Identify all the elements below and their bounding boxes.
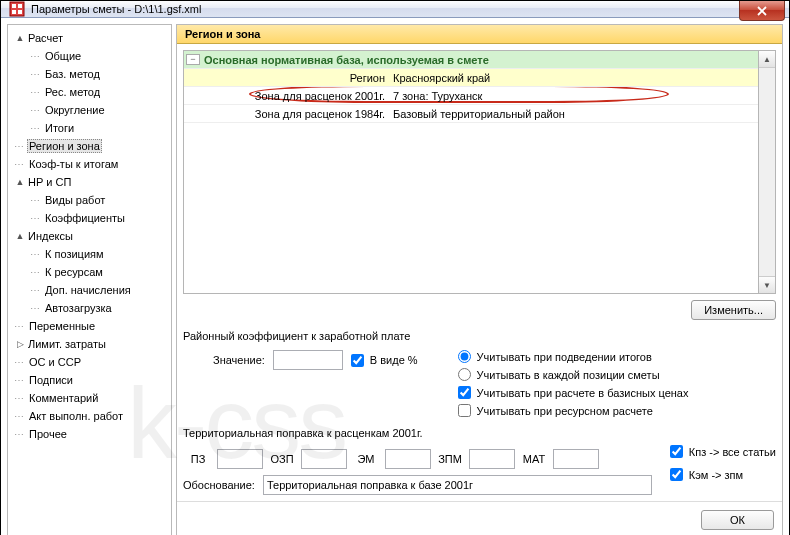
grid-cell-key: Зона для расценок 2001г. [184, 90, 389, 102]
region-grid[interactable]: −Основная нормативная база, используемая… [183, 50, 759, 294]
tree-dots-icon: ⋯ [30, 213, 41, 224]
panel-header: Регион и зона [177, 25, 782, 44]
check-input[interactable] [458, 386, 471, 399]
tree-item-label: Переменные [27, 320, 97, 332]
option-check[interactable]: Учитывать при расчете в базисных ценах [458, 386, 689, 399]
grid-row[interactable]: Зона для расценок 2001г.7 зона: Туруханс… [184, 87, 758, 105]
grid-group-title: Основная нормативная база, используемая … [200, 54, 493, 66]
expand-icon[interactable]: ▲ [14, 231, 26, 241]
check-input[interactable] [458, 404, 471, 417]
coef-input-эм[interactable] [385, 449, 431, 469]
tree-item-label: Доп. начисления [43, 284, 133, 296]
grid-cell-value: Красноярский край [389, 72, 758, 84]
coef-label: ПЗ [183, 453, 213, 465]
tree-item[interactable]: ⋯Округление [10, 101, 169, 119]
tree-item[interactable]: ⋯Акт выполн. работ [10, 407, 169, 425]
radio-input[interactable] [458, 350, 471, 363]
tree-item[interactable]: ⋯Коэффициенты [10, 209, 169, 227]
tree-dots-icon: ⋯ [14, 159, 25, 170]
side-check[interactable]: Кэм -> зпм [670, 468, 776, 481]
tree-dots-icon: ⋯ [30, 303, 41, 314]
tree-item[interactable]: ⋯Доп. начисления [10, 281, 169, 299]
scroll-up-icon[interactable]: ▲ [759, 51, 775, 68]
tree-dots-icon: ⋯ [30, 285, 41, 296]
tree-dots-icon: ⋯ [14, 321, 25, 332]
grid-scrollbar[interactable]: ▲ ▼ [759, 50, 776, 294]
obos-label: Обоснование: [183, 479, 255, 491]
coef-input-зпм[interactable] [469, 449, 515, 469]
coef-label: ОЗП [267, 453, 297, 465]
radio-input[interactable] [458, 368, 471, 381]
coef-input-мат[interactable] [553, 449, 599, 469]
ok-button[interactable]: ОК [701, 510, 774, 530]
obos-input[interactable] [263, 475, 652, 495]
coef-left: Значение: В виде % [183, 350, 418, 417]
tree-item[interactable]: ⋯Виды работ [10, 191, 169, 209]
content-panel: Регион и зона −Основная нормативная база… [176, 24, 783, 535]
dialog-window: Параметры сметы - D:\1\1.gsf.xml ▲Расчет… [0, 0, 790, 535]
tree-item-label: Индексы [26, 230, 75, 242]
tree-item-label: К ресурсам [43, 266, 105, 278]
value-label: Значение: [213, 354, 265, 366]
tree-item-label: Акт выполн. работ [27, 410, 125, 422]
tree-dots-icon: ⋯ [30, 69, 41, 80]
tree-item[interactable]: ▲Расчет [10, 29, 169, 47]
tree-item[interactable]: ⋯Баз. метод [10, 65, 169, 83]
check-input[interactable] [670, 445, 683, 458]
check-input[interactable] [670, 468, 683, 481]
tree-dots-icon: ⋯ [30, 249, 41, 260]
tree-item-label: Лимит. затраты [26, 338, 108, 350]
tree-item[interactable]: ⋯ОС и ССР [10, 353, 169, 371]
tree-item-label: Коэффициенты [43, 212, 127, 224]
nav-tree[interactable]: ▲Расчет⋯Общие⋯Баз. метод⋯Рес. метод⋯Окру… [7, 24, 172, 535]
grid-row[interactable]: Зона для расценок 1984г.Базовый территор… [184, 105, 758, 123]
tree-item[interactable]: ⋯К ресурсам [10, 263, 169, 281]
grid-wrap: −Основная нормативная база, используемая… [183, 50, 776, 294]
tree-item[interactable]: ⋯К позициям [10, 245, 169, 263]
expand-icon[interactable]: ▷ [14, 339, 26, 349]
scroll-down-icon[interactable]: ▼ [759, 276, 775, 293]
coef-input-озп[interactable] [301, 449, 347, 469]
titlebar: Параметры сметы - D:\1\1.gsf.xml [1, 1, 789, 18]
panel-body: −Основная нормативная база, используемая… [177, 44, 782, 501]
tree-item[interactable]: ⋯Коэф-ты к итогам [10, 155, 169, 173]
tree-item[interactable]: ⋯Подписи [10, 371, 169, 389]
expand-icon[interactable]: ▲ [14, 177, 26, 187]
in-percent-check[interactable]: В виде % [351, 354, 418, 367]
tree-item[interactable]: ⋯Прочее [10, 425, 169, 443]
tree-item[interactable]: ⋯Автозагрузка [10, 299, 169, 317]
tree-dots-icon: ⋯ [14, 357, 25, 368]
scroll-track[interactable] [759, 68, 775, 276]
change-button[interactable]: Изменить... [691, 300, 776, 320]
close-icon [757, 6, 767, 16]
svg-rect-3 [12, 10, 16, 14]
option-radio[interactable]: Учитывать при подведении итогов [458, 350, 689, 363]
coef-input-пз[interactable] [217, 449, 263, 469]
option-check[interactable]: Учитывать при ресурсном расчете [458, 404, 689, 417]
tree-item-label: К позициям [43, 248, 106, 260]
collapse-icon[interactable]: − [186, 54, 200, 65]
tree-item[interactable]: ▲НР и СП [10, 173, 169, 191]
svg-rect-1 [12, 4, 16, 8]
tree-item-label: Виды работ [43, 194, 107, 206]
tree-item[interactable]: ⋯Общие [10, 47, 169, 65]
side-check[interactable]: Кпз -> все статьи [670, 445, 776, 458]
grid-group-header[interactable]: −Основная нормативная база, используемая… [184, 51, 758, 69]
tree-dots-icon: ⋯ [14, 429, 25, 440]
grid-cell-key: Зона для расценок 1984г. [184, 108, 389, 120]
close-button[interactable] [739, 1, 785, 21]
tree-item[interactable]: ⋯Комментарий [10, 389, 169, 407]
in-percent-checkbox[interactable] [351, 354, 364, 367]
tree-item[interactable]: ⋯Рес. метод [10, 83, 169, 101]
grid-row[interactable]: РегионКрасноярский край [184, 69, 758, 87]
expand-icon[interactable]: ▲ [14, 33, 26, 43]
option-radio[interactable]: Учитывать в каждой позиции сметы [458, 368, 689, 381]
tree-item[interactable]: ⋯Переменные [10, 317, 169, 335]
value-input[interactable] [273, 350, 343, 370]
tree-item[interactable]: ⋯Итоги [10, 119, 169, 137]
tree-item[interactable]: ▲Индексы [10, 227, 169, 245]
tree-item-label: Округление [43, 104, 107, 116]
tree-item-label: Баз. метод [43, 68, 102, 80]
tree-item[interactable]: ▷Лимит. затраты [10, 335, 169, 353]
tree-item[interactable]: ⋯Регион и зона [10, 137, 169, 155]
